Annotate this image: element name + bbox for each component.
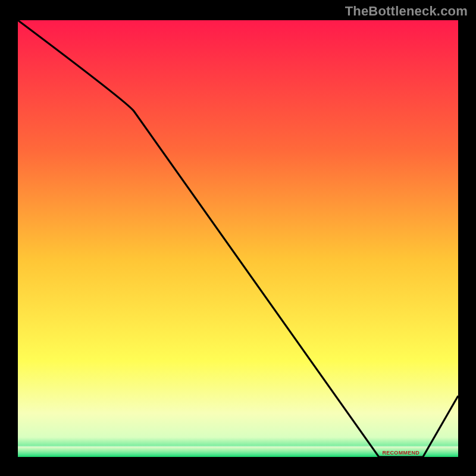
- bottleneck-chart: RECOMMEND: [0, 0, 476, 476]
- svg-rect-0: [18, 20, 458, 457]
- plot-area: [18, 20, 458, 457]
- recommended-label: RECOMMEND: [382, 450, 419, 456]
- chart-container: { "watermark": "TheBottleneck.com", "ann…: [0, 0, 476, 476]
- watermark-text: TheBottleneck.com: [345, 4, 468, 19]
